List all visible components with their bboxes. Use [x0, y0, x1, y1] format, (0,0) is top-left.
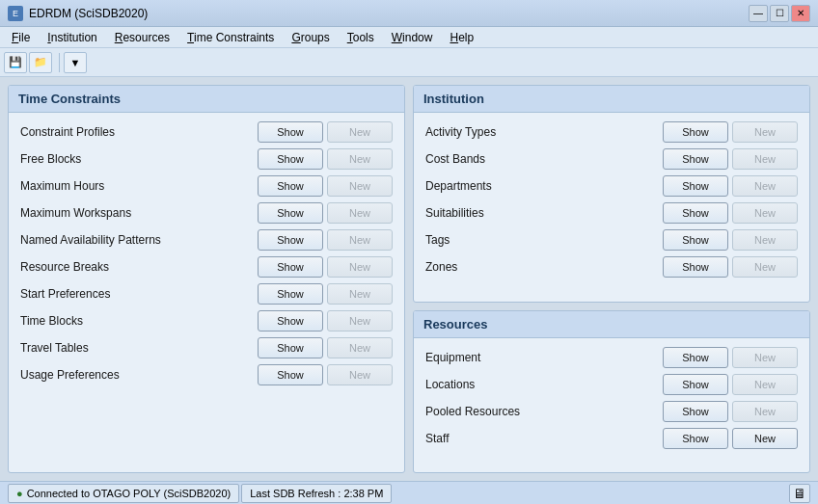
menu-institution[interactable]: Institution	[40, 29, 104, 46]
suitabilities-new-button[interactable]: New	[732, 202, 798, 224]
named-availability-show-button[interactable]: Show	[258, 229, 323, 251]
free-blocks-label: Free Blocks	[20, 152, 250, 166]
departments-new-button[interactable]: New	[732, 175, 798, 197]
start-preferences-show-button[interactable]: Show	[258, 283, 323, 305]
connection-icon: ●	[16, 488, 23, 499]
start-preferences-new-button[interactable]: New	[327, 283, 393, 305]
tc-row-usage-preferences: Usage Preferences Show New	[16, 361, 396, 388]
locations-label: Locations	[425, 378, 655, 391]
close-button[interactable]: ✕	[791, 5, 810, 22]
toolbar-separator	[56, 53, 60, 72]
free-blocks-new-button[interactable]: New	[327, 148, 393, 170]
menu-window[interactable]: Window	[384, 29, 441, 46]
equipment-new-button[interactable]: New	[732, 347, 798, 368]
named-availability-new-button[interactable]: New	[327, 229, 393, 251]
resources-row-pooled: Pooled Resources Show New	[422, 398, 802, 425]
tc-row-maximum-workspans: Maximum Workspans Show New	[16, 199, 396, 226]
staff-label: Staff	[425, 432, 655, 445]
start-preferences-label: Start Preferences	[20, 287, 250, 301]
toolbar-save-button[interactable]: 💾	[4, 52, 27, 73]
tc-row-named-availability: Named Availability Patterns Show New	[16, 226, 396, 253]
time-blocks-label: Time Blocks	[20, 314, 250, 328]
resources-row-locations: Locations Show New	[422, 371, 802, 398]
status-icon: 🖥	[793, 486, 806, 501]
menu-help[interactable]: Help	[442, 29, 481, 46]
toolbar-open-button[interactable]: 📁	[29, 52, 52, 73]
institution-row-suitabilities: Suitabilities Show New	[422, 199, 802, 226]
maximize-button[interactable]: ☐	[770, 5, 789, 22]
institution-row-cost-bands: Cost Bands Show New	[422, 146, 802, 172]
maximum-hours-show-button[interactable]: Show	[258, 175, 323, 197]
named-availability-label: Named Availability Patterns	[20, 233, 250, 247]
suitabilities-label: Suitabilities	[425, 206, 655, 220]
menu-time-constraints[interactable]: Time Constraints	[179, 29, 282, 46]
minimize-button[interactable]: —	[749, 5, 768, 22]
tags-show-button[interactable]: Show	[663, 229, 728, 251]
toolbar-dropdown-button[interactable]: ▼	[64, 52, 87, 73]
maximum-workspans-new-button[interactable]: New	[327, 202, 393, 224]
window-controls: — ☐ ✕	[749, 5, 810, 22]
locations-show-button[interactable]: Show	[663, 374, 728, 395]
locations-new-button[interactable]: New	[732, 374, 798, 395]
resources-row-equipment: Equipment Show New	[422, 344, 802, 371]
time-constraints-panel-header: Time Constraints	[9, 86, 404, 113]
tc-row-constraint-profiles: Constraint Profiles Show New	[16, 119, 396, 146]
pooled-resources-show-button[interactable]: Show	[663, 401, 728, 422]
free-blocks-show-button[interactable]: Show	[258, 148, 323, 170]
departments-label: Departments	[425, 179, 655, 193]
activity-types-new-button[interactable]: New	[732, 121, 798, 143]
zones-new-button[interactable]: New	[732, 256, 798, 278]
institution-panel: Institution Activity Types Show New Cost…	[413, 85, 810, 303]
maximum-hours-new-button[interactable]: New	[327, 175, 393, 197]
resource-breaks-new-button[interactable]: New	[327, 256, 393, 278]
menu-bar: File Institution Resources Time Constrai…	[0, 27, 818, 48]
menu-resources[interactable]: Resources	[107, 29, 177, 46]
pooled-resources-new-button[interactable]: New	[732, 401, 798, 422]
staff-show-button[interactable]: Show	[663, 428, 728, 449]
equipment-label: Equipment	[425, 351, 655, 364]
usage-preferences-label: Usage Preferences	[20, 368, 250, 382]
institution-row-tags: Tags Show New	[422, 226, 802, 253]
constraint-profiles-show-button[interactable]: Show	[258, 121, 323, 143]
institution-row-zones: Zones Show New	[422, 253, 802, 280]
tags-label: Tags	[425, 233, 655, 247]
maximum-workspans-show-button[interactable]: Show	[258, 202, 323, 224]
app-icon: E	[8, 6, 23, 21]
constraint-profiles-label: Constraint Profiles	[20, 125, 250, 139]
maximum-workspans-label: Maximum Workspans	[20, 206, 250, 220]
pooled-resources-label: Pooled Resources	[425, 405, 655, 418]
constraint-profiles-new-button[interactable]: New	[327, 121, 393, 143]
resources-row-staff: Staff Show New	[422, 425, 802, 452]
travel-tables-show-button[interactable]: Show	[258, 337, 323, 358]
title-text: EDRDM (SciSDB2020)	[29, 7, 148, 20]
institution-panel-header: Institution	[414, 86, 809, 113]
zones-show-button[interactable]: Show	[663, 256, 728, 278]
menu-groups[interactable]: Groups	[284, 29, 337, 46]
tc-row-travel-tables: Travel Tables Show New	[16, 334, 396, 361]
tc-row-start-preferences: Start Preferences Show New	[16, 280, 396, 307]
cost-bands-show-button[interactable]: Show	[663, 148, 728, 170]
activity-types-label: Activity Types	[425, 125, 655, 139]
tc-row-resource-breaks: Resource Breaks Show New	[16, 253, 396, 280]
equipment-show-button[interactable]: Show	[663, 347, 728, 368]
usage-preferences-new-button[interactable]: New	[327, 364, 393, 385]
cost-bands-new-button[interactable]: New	[732, 148, 798, 170]
resources-panel: Resources Equipment Show New Locations S…	[413, 310, 810, 474]
cost-bands-label: Cost Bands	[425, 152, 655, 166]
time-blocks-new-button[interactable]: New	[327, 310, 393, 332]
usage-preferences-show-button[interactable]: Show	[258, 364, 323, 385]
resource-breaks-label: Resource Breaks	[20, 260, 250, 274]
menu-file[interactable]: File	[4, 29, 38, 46]
menu-tools[interactable]: Tools	[340, 29, 382, 46]
main-content: Institution Activity Types Show New Cost…	[0, 77, 818, 481]
refresh-text: Last SDB Refresh : 2:38 PM	[250, 488, 383, 499]
time-blocks-show-button[interactable]: Show	[258, 310, 323, 332]
tags-new-button[interactable]: New	[732, 229, 798, 251]
resource-breaks-show-button[interactable]: Show	[258, 256, 323, 278]
staff-new-button[interactable]: New	[732, 428, 798, 449]
institution-panel-body: Activity Types Show New Cost Bands Show …	[414, 113, 809, 286]
suitabilities-show-button[interactable]: Show	[663, 202, 728, 224]
travel-tables-new-button[interactable]: New	[327, 337, 393, 358]
activity-types-show-button[interactable]: Show	[663, 121, 728, 143]
departments-show-button[interactable]: Show	[663, 175, 728, 197]
